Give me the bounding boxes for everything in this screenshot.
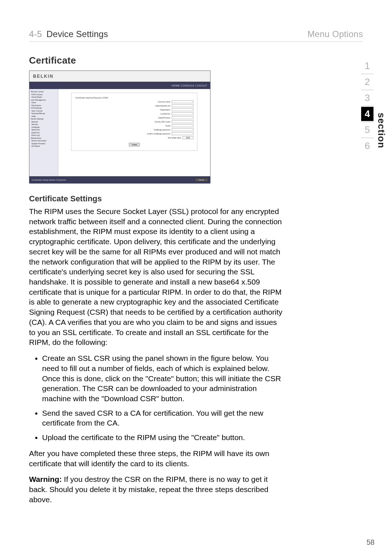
list-item: Upload the certificate to the RIPM using… xyxy=(42,432,283,443)
confirm-pw-input[interactable] xyxy=(172,132,193,135)
section-label: section xyxy=(376,113,387,148)
ss-footer: Connected using version 3 protocol Done xyxy=(29,176,210,184)
challenge-pw-input[interactable] xyxy=(172,128,193,131)
ss-topbar-links: HOME CONSOLE LOGOUT xyxy=(172,84,207,87)
email-input[interactable] xyxy=(172,124,193,127)
page-number: 58 xyxy=(367,538,375,547)
menu-options-label: Menu Options xyxy=(307,29,363,39)
done-button[interactable]: Done xyxy=(195,178,208,182)
ss-body: Remote Control KVM Console Virtual Media… xyxy=(29,89,210,176)
ss-main: Certificate Signing Request (CSR) Common… xyxy=(58,89,210,176)
step-list: Create an SSL CSR using the panel shown … xyxy=(29,353,283,443)
warning-text: If you destroy the CSR on the RIPM, ther… xyxy=(29,475,269,503)
country-input[interactable] xyxy=(172,120,193,123)
create-button[interactable]: Create xyxy=(129,143,139,146)
key-length-select[interactable]: 1024 xyxy=(183,136,193,139)
ss-header: BELKIN xyxy=(29,71,210,82)
org-unit-input[interactable] xyxy=(172,104,193,107)
section-nav-5[interactable]: 5 xyxy=(359,122,375,138)
warning-label: Warning: xyxy=(29,475,62,483)
section-nav-6[interactable]: 6 xyxy=(359,138,375,154)
ss-topbar: HOME CONSOLE LOGOUT xyxy=(29,82,210,89)
state-input[interactable] xyxy=(172,116,193,119)
csr-panel: Certificate Signing Request (CSR) Common… xyxy=(71,93,197,151)
intro-paragraph: The RIPM uses the Secure Socket Layer (S… xyxy=(29,206,283,347)
common-name-input[interactable] xyxy=(172,100,193,103)
organization-input[interactable] xyxy=(172,108,193,111)
section-nav-3[interactable]: 3 xyxy=(359,90,375,106)
page: 4-5 Device Settings Menu Options Certifi… xyxy=(29,29,363,541)
closing-paragraph: After you have completed these three ste… xyxy=(29,448,283,468)
section-nav-4[interactable]: 4 xyxy=(361,107,373,121)
certificate-screenshot: BELKIN HOME CONSOLE LOGOUT Remote Contro… xyxy=(29,70,211,183)
certificate-settings-heading: Certificate Settings xyxy=(29,194,363,204)
list-item: Create an SSL CSR using the panel shown … xyxy=(42,353,283,404)
brand-logo: BELKIN xyxy=(33,74,54,79)
list-item: Send the saved CSR to a CA for certifica… xyxy=(42,408,283,428)
locality-input[interactable] xyxy=(172,112,193,115)
ss-footer-status: Connected using version 3 protocol xyxy=(32,179,66,181)
page-header: 4-5 Device Settings Menu Options xyxy=(29,29,363,42)
warning-paragraph: Warning: If you destroy the CSR on the R… xyxy=(29,474,283,504)
section-number: 4-5 xyxy=(29,29,42,39)
section-nav-2[interactable]: 2 xyxy=(359,74,375,90)
section-nav-1[interactable]: 1 xyxy=(359,58,375,74)
csr-panel-title: Certificate Signing Request (CSR) xyxy=(75,97,193,99)
section-nav: 1 2 3 4 5 6 xyxy=(359,58,375,154)
ss-sidebar: Remote Control KVM Console Virtual Media… xyxy=(29,89,58,176)
certificate-heading: Certificate xyxy=(29,55,363,66)
section-title: Device Settings xyxy=(46,29,108,39)
